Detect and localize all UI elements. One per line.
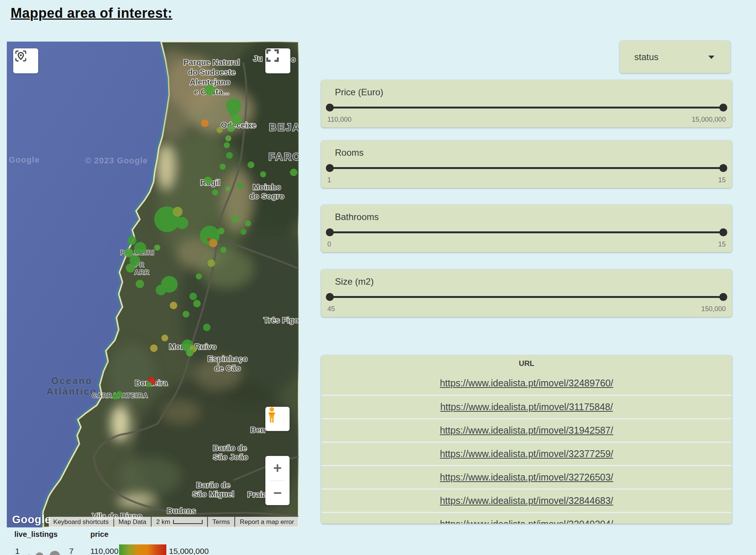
map-label: Parque Natural	[183, 58, 240, 67]
listing-marker	[245, 220, 251, 226]
map-label: Três Figo	[263, 316, 299, 324]
listing-marker	[231, 114, 242, 125]
legend-size-max: 7	[69, 547, 74, 555]
url-link[interactable]: https://www.idealista.pt/imovel/32844683…	[440, 495, 613, 506]
listing-marker	[161, 335, 168, 341]
price-slider-min-handle[interactable]	[326, 104, 334, 112]
map-label: © 2023 Google	[85, 156, 148, 165]
map-label: Espinhaço	[208, 354, 248, 363]
rooms-min-value: 1	[327, 176, 331, 184]
map-label: de Cão	[214, 364, 241, 372]
listing-marker	[217, 127, 223, 133]
map-canvas[interactable]: Parque Naturaldo SudoesteAlentejanoe Cos…	[7, 42, 299, 527]
google-logo[interactable]: Google	[12, 513, 51, 526]
listing-marker	[126, 264, 135, 273]
listing-marker	[218, 228, 225, 234]
zoom-out-button[interactable]: −	[265, 481, 290, 505]
url-link[interactable]: https://www.idealista.pt/imovel/32489760…	[440, 378, 613, 389]
map-label: Budens	[167, 506, 196, 515]
map-label: Ben	[250, 425, 265, 434]
chevron-down-icon	[708, 56, 714, 59]
status-dropdown[interactable]: status	[620, 41, 730, 73]
listing-marker	[226, 186, 230, 191]
url-link[interactable]: https://www.idealista.pt/imovel/32377259…	[440, 448, 613, 459]
size-slider-min-handle[interactable]	[326, 293, 334, 301]
map-label: ARR	[135, 269, 150, 276]
size-max-value: 150,000	[701, 305, 726, 313]
size-slider-track[interactable]	[327, 296, 727, 298]
listing-marker	[170, 302, 177, 309]
legend-dot-medium	[36, 552, 43, 555]
map-label: o	[291, 55, 296, 64]
table-row: https://www.idealista.pt/imovel/32489760…	[321, 371, 732, 395]
listing-marker	[209, 239, 217, 247]
url-link[interactable]: https://www.idealista.pt/imovel/32049204…	[440, 519, 613, 524]
keyboard-shortcuts-link[interactable]: Keyboard shortcuts	[49, 517, 113, 527]
map-label: Oceano	[51, 375, 93, 386]
listing-marker	[212, 189, 218, 195]
terms-link[interactable]: Terms	[208, 517, 234, 527]
listing-marker	[189, 293, 197, 300]
listing-marker	[248, 161, 254, 168]
price-max-value: 15,000,000	[692, 116, 726, 124]
bathrooms-slider-track[interactable]	[327, 231, 727, 233]
map-label: São João	[213, 453, 248, 461]
table-row: https://www.idealista.pt/imovel/31175848…	[321, 395, 732, 418]
map-label: Praia	[247, 490, 267, 499]
table-row: https://www.idealista.pt/imovel/31942587…	[321, 418, 732, 442]
pegman-icon	[265, 407, 278, 423]
rooms-slider-track[interactable]	[327, 167, 727, 169]
listing-marker	[134, 242, 146, 254]
legend-price-max: 15,000,000	[169, 547, 209, 555]
url-link[interactable]: https://www.idealista.pt/imovel/31175848…	[440, 402, 613, 412]
map-label: FARO	[268, 151, 299, 163]
rooms-slider-min-handle[interactable]	[326, 164, 334, 172]
fullscreen-icon	[265, 48, 280, 63]
rooms-slider-max-handle[interactable]	[719, 164, 727, 172]
url-table: URL https://www.idealista.pt/imovel/3248…	[321, 355, 732, 524]
legend-size-title: live_listings	[14, 530, 58, 539]
bathrooms-max-value: 15	[718, 240, 726, 248]
listing-marker	[112, 394, 118, 400]
report-map-error-link[interactable]: Report a map error	[235, 517, 299, 527]
listing-marker	[227, 124, 235, 132]
listing-marker	[290, 169, 297, 176]
url-link[interactable]: https://www.idealista.pt/imovel/31942587…	[440, 425, 613, 436]
listing-marker	[201, 119, 209, 127]
select-area-icon	[13, 48, 28, 64]
listing-marker	[193, 300, 201, 307]
map-label: São Miguel	[192, 490, 234, 498]
listing-marker	[240, 229, 246, 235]
zoom-in-button[interactable]: +	[265, 456, 290, 481]
pegman-button[interactable]	[265, 407, 290, 431]
map-label: Moinho	[253, 183, 281, 191]
table-row: https://www.idealista.pt/imovel/32844683…	[321, 488, 732, 512]
url-link[interactable]: https://www.idealista.pt/imovel/32726503…	[440, 472, 613, 483]
price-filter-panel: Price (Euro) 110,000 15,000,000	[321, 80, 732, 127]
table-row: https://www.idealista.pt/imovel/32377259…	[321, 442, 732, 465]
size-slider-max-handle[interactable]	[719, 293, 727, 301]
listing-marker	[224, 142, 230, 148]
legend-price-min: 110,000	[90, 547, 118, 555]
scale-control: 2 km	[152, 517, 207, 527]
bathrooms-slider-max-handle[interactable]	[719, 228, 727, 236]
price-slider-track[interactable]	[327, 107, 727, 109]
bathrooms-slider-min-handle[interactable]	[326, 228, 334, 236]
map-label: Ju	[253, 54, 263, 63]
listing-marker	[232, 216, 239, 223]
rooms-slider-label: Rooms	[335, 147, 364, 158]
price-slider-max-handle[interactable]	[719, 104, 727, 112]
listing-marker	[226, 152, 233, 159]
select-area-button[interactable]	[13, 48, 38, 73]
price-min-value: 110,000	[327, 116, 352, 124]
rooms-filter-panel: Rooms 1 15	[321, 141, 732, 188]
satellite-map: Parque Naturaldo SudoesteAlentejanoe Cos…	[7, 42, 299, 527]
map-footer: Keyboard shortcuts Map Data 2 km Terms R…	[49, 517, 299, 527]
fullscreen-button[interactable]	[265, 48, 290, 73]
listing-marker	[220, 247, 226, 253]
listing-marker	[173, 207, 183, 217]
legend-size-min: 1	[15, 547, 20, 555]
map-data-label: Map Data	[114, 517, 151, 527]
listing-marker	[208, 259, 215, 267]
map-label: Atlântico	[46, 386, 97, 397]
